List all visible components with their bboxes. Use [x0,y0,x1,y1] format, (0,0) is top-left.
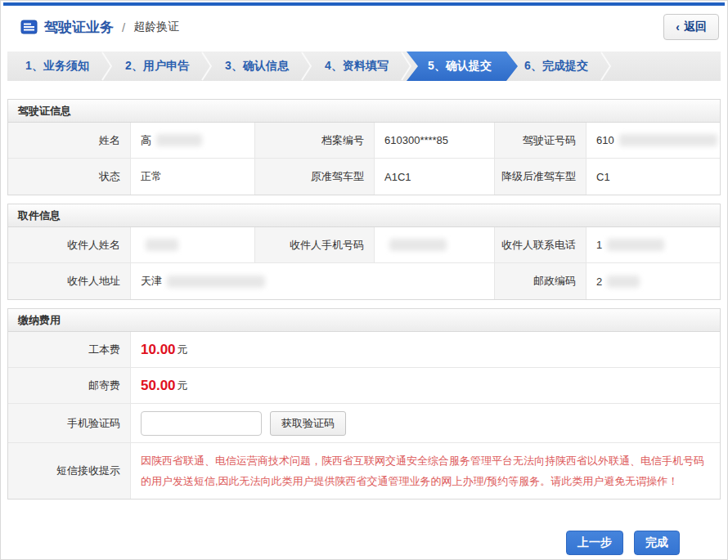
get-captcha-button[interactable]: 获取验证码 [270,411,346,436]
postage-fee-amount: 50.00 [141,378,176,394]
steps-bar: 1、业务须知 2、用户申告 3、确认信息 4、资料填写 5、确认提交 6、完成提… [7,52,721,81]
license-no-label: 驾驶证号码 [495,123,586,158]
work-fee-value: 10.00元 [131,332,720,367]
step-4-fill-materials: 4、资料填写 [307,52,407,81]
redacted-value [167,276,265,288]
file-no-value: 610300****85 [375,123,495,158]
recipient-address-value: 天津 [131,263,495,299]
step-1-business-notice: 1、业务须知 [7,52,107,81]
breadcrumb: 驾驶证业务 / 超龄换证 [20,18,179,37]
redacted-value [619,134,717,146]
section-title-license: 驾驶证信息 [8,100,720,123]
license-form-icon [20,20,38,34]
sms-notice-text: 因陕西省联通、电信运营商技术问题，陕西省互联网交通安全综合服务管理平台无法向持陕… [141,450,710,491]
table-row: 手机验证码 获取验证码 [8,404,720,443]
license-no-value: 610 [586,123,720,158]
step-separator-icon [201,52,213,83]
back-button[interactable]: ‹ 返回 [663,14,719,40]
recipient-mobile-value [375,227,495,262]
recipient-tel-label: 收件人联系电话 [495,227,586,262]
section-title-pickup: 取件信息 [8,204,720,227]
postage-fee-value: 50.00元 [131,368,720,403]
status-label: 状态 [8,159,131,195]
step-label: 2、用户申告 [125,59,189,74]
step-label: 6、完成提交 [524,59,588,74]
finish-button[interactable]: 完成 [634,531,680,555]
redacted-value [146,239,178,251]
recipient-mobile-label: 收件人手机号码 [255,227,375,262]
pickup-info-section: 取件信息 收件人姓名 收件人手机号码 收件人联系电话 1 收件人地址 天津 邮政… [7,204,721,300]
back-button-label: 返回 [684,20,707,34]
redacted-value [607,239,664,251]
downgraded-class-label: 降级后准驾车型 [495,159,586,195]
postage-fee-unit: 元 [178,379,188,393]
sms-notice-cell: 因陕西省联通、电信运营商技术问题，陕西省互联网交通安全综合服务管理平台无法向持陕… [131,443,720,499]
downgraded-class-value: C1 [586,159,720,195]
captcha-input[interactable] [141,411,262,436]
step-label: 4、资料填写 [325,59,389,74]
step-separator-icon [101,52,113,83]
redacted-value [389,239,447,251]
table-row: 收件人姓名 收件人手机号码 收件人联系电话 1 [8,227,720,263]
page: 驾驶证业务 / 超龄换证 ‹ 返回 1、业务须知 2、用户申告 3、确认信息 4… [0,0,728,560]
section-title-fees: 缴纳费用 [8,309,720,332]
step-3-confirm-info: 3、确认信息 [207,52,307,81]
file-no-label: 档案编号 [255,123,375,158]
chevron-left-icon: ‹ [676,21,680,33]
fees-section: 缴纳费用 工本费 10.00元 邮寄费 50.00元 手机验证码 获取验证码 短… [7,308,721,500]
redacted-value [156,134,202,146]
work-fee-unit: 元 [178,343,188,357]
status-value: 正常 [131,159,255,195]
step-6-complete-submit: 6、完成提交 [506,52,606,81]
recipient-tel-value: 1 [586,227,720,262]
recipient-name-label: 收件人姓名 [8,227,131,262]
table-row: 短信接收提示 因陕西省联通、电信运营商技术问题，陕西省互联网交通安全综合服务管理… [8,443,720,499]
footer-actions: 上一步 完成 [1,531,727,555]
recipient-name-value [131,227,255,262]
sms-notice-label: 短信接收提示 [8,443,131,499]
name-label: 姓名 [8,123,131,158]
step-2-user-declaration: 2、用户申告 [107,52,207,81]
name-value: 高 [131,123,255,158]
page-subtitle: 超龄换证 [133,20,179,34]
step-label: 5、确认提交 [428,59,492,74]
license-info-section: 驾驶证信息 姓名 高 档案编号 610300****85 驾驶证号码 610 状… [7,99,721,195]
zip-label: 邮政编码 [495,263,586,299]
page-title: 驾驶证业务 [44,18,114,37]
step-5-confirm-submit-active: 5、确认提交 [407,52,518,81]
step-label: 3、确认信息 [225,59,289,74]
table-row: 工本费 10.00元 [8,332,720,368]
table-row: 姓名 高 档案编号 610300****85 驾驶证号码 610 [8,123,720,159]
orig-class-label: 原准驾车型 [255,159,375,195]
orig-class-value: A1C1 [375,159,495,195]
step-label: 1、业务须知 [25,59,89,74]
postage-fee-label: 邮寄费 [8,368,131,403]
captcha-label: 手机验证码 [8,404,131,442]
redacted-value [607,276,640,288]
captcha-cell: 获取验证码 [131,404,720,442]
zip-value: 2 [586,263,720,299]
table-row: 收件人地址 天津 邮政编码 2 [8,263,720,299]
step-separator-icon [600,52,612,83]
work-fee-label: 工本费 [8,332,131,367]
header: 驾驶证业务 / 超龄换证 ‹ 返回 [1,6,727,48]
breadcrumb-separator: / [122,20,125,34]
table-row: 邮寄费 50.00元 [8,368,720,404]
table-row: 状态 正常 原准驾车型 A1C1 降级后准驾车型 C1 [8,159,720,195]
prev-step-button[interactable]: 上一步 [566,531,623,555]
recipient-address-label: 收件人地址 [8,263,131,299]
step-separator-icon [301,52,312,83]
work-fee-amount: 10.00 [141,342,176,358]
